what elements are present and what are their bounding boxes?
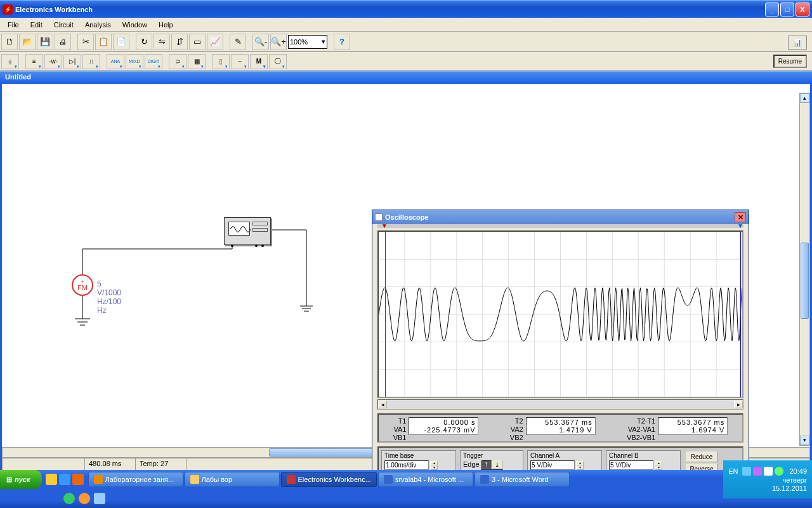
readout-dvb: 1.6974 V [661, 426, 724, 434]
menu-edit[interactable]: Edit [25, 20, 48, 30]
mixed-icon[interactable]: MIXD▾ [126, 54, 143, 69]
tray-icon-2[interactable] [753, 467, 762, 476]
analyzer-button[interactable]: 📊 [788, 36, 807, 50]
ql-firefox-icon[interactable] [72, 474, 84, 485]
menu-analysis[interactable]: Analysis [80, 20, 116, 30]
control-icon[interactable]: ⎓▾ [231, 54, 249, 69]
document-title: Untitled [0, 71, 812, 84]
logic-gate-icon[interactable]: ⊃▾ [169, 54, 187, 69]
close-button[interactable]: X [796, 3, 809, 17]
cha-vdiv-input[interactable] [530, 460, 575, 470]
cursor-t2-line[interactable] [740, 232, 741, 397]
diode-icon[interactable]: ▷|▾ [63, 54, 81, 69]
scroll-down-icon[interactable]: ▾ [800, 436, 809, 445]
print-icon[interactable]: 🖨 [55, 34, 71, 50]
new-icon[interactable]: 🗋 [1, 34, 18, 50]
reduce-button[interactable]: Reduce [686, 451, 717, 462]
scroll-left-icon[interactable]: ◂ [378, 401, 387, 408]
vertical-scrollbar[interactable]: ▴ ▾ [799, 93, 810, 446]
dropdown-icon[interactable]: ▾ [322, 37, 325, 46]
oscilloscope-icon [375, 213, 383, 221]
readout-vb2: 1.4719 V [529, 426, 593, 434]
start-button[interactable]: ⊞ пуск [0, 470, 42, 489]
tray-clock[interactable]: 20:49 [789, 467, 807, 475]
oscilloscope-readout: T1VA1VB1 0.0000 s-225.4773 mV T2VA2VB2 5… [377, 413, 743, 443]
windows-logo-icon: ⊞ [6, 476, 12, 484]
zoom-input[interactable] [290, 38, 322, 46]
flip-v-icon[interactable]: ⇵ [171, 34, 188, 50]
lang-indicator[interactable]: EN [728, 467, 738, 475]
cursor-t1-line[interactable] [385, 232, 386, 397]
subcircuit-icon[interactable]: ▭ [189, 34, 206, 50]
open-icon[interactable]: 📂 [19, 34, 36, 50]
edge-fall-button[interactable]: ⤓ [492, 460, 502, 469]
menu-file[interactable]: File [3, 20, 24, 30]
ic-icon[interactable]: ▦▾ [188, 54, 206, 69]
quick-launch [42, 474, 88, 485]
schematic-canvas[interactable]: + FM 5 V/1000 Hz/100 Hz Oscilloscope ✕ ▼… [2, 84, 810, 447]
zoom-in-icon[interactable]: 🔍+ [270, 34, 287, 50]
analog-icon[interactable]: ANA▾ [107, 54, 124, 69]
resistor-icon[interactable]: -w-▾ [44, 54, 62, 69]
ql2-icon-3[interactable] [94, 493, 105, 504]
tray-icon-1[interactable] [742, 467, 751, 476]
system-tray[interactable]: EN 20:49 четверг 15.12.2011 [723, 460, 812, 498]
tray-icon-4[interactable] [775, 467, 783, 476]
paste-icon[interactable]: 📄 [113, 34, 129, 50]
oscilloscope-hscroll[interactable]: ◂ ▸ [377, 399, 743, 410]
ql-icon-2[interactable] [59, 474, 70, 485]
timebase-input[interactable] [384, 460, 429, 470]
scroll-right-icon[interactable]: ▸ [734, 401, 743, 408]
zoom-out-icon[interactable]: 🔍- [252, 34, 269, 50]
sources-icon[interactable]: ⏚▾ [1, 54, 19, 69]
ql-icon-1[interactable] [46, 474, 57, 485]
menubar: File Edit Circuit Analysis Window Help [0, 18, 812, 32]
taskbar-item-4[interactable]: 3 - Microsoft Word [475, 472, 570, 487]
help-icon[interactable]: ? [334, 34, 350, 50]
rotate-icon[interactable]: ↻ [136, 34, 152, 50]
menu-help[interactable]: Help [154, 20, 178, 30]
taskbar-item-2[interactable]: Electronics Workbenc... [281, 472, 377, 487]
flip-h-icon[interactable]: ⇋ [154, 34, 170, 50]
zoom-combo[interactable]: ▾ [288, 35, 327, 49]
copy-icon[interactable]: 📋 [95, 34, 112, 50]
taskbar-item-0[interactable]: Лабораторное заня... [88, 472, 183, 487]
probe-icon[interactable]: ✎ [230, 34, 246, 50]
maximize-button[interactable]: □ [780, 3, 794, 17]
chb-vdiv-input[interactable] [609, 460, 653, 470]
readout-vb1: -225.4773 mV [412, 426, 475, 434]
oscilloscope-instrument[interactable] [224, 217, 271, 245]
resume-button[interactable]: Resume [773, 55, 807, 68]
toolbar-main: 🗋 📂 💾 🖨 ✂ 📋 📄 ↻ ⇋ ⇵ ▭ 📈 ✎ 🔍- 🔍+ ▾ ? [0, 32, 812, 52]
cursor-t1-handle[interactable]: ▼ [381, 222, 388, 229]
fm-symbol-label: FM [77, 284, 88, 291]
taskbar-item-3[interactable]: srvalab4 - Microsoft ... [378, 472, 473, 487]
oscilloscope-close-button[interactable]: ✕ [735, 212, 746, 222]
misc-icon[interactable]: M▾ [250, 54, 268, 69]
cut-icon[interactable]: ✂ [77, 34, 94, 50]
vscroll-thumb[interactable] [801, 243, 809, 319]
oscilloscope-window[interactable]: Oscilloscope ✕ ▼ ▼ ◂ ▸ T1VA1VB1 0.0000 s… [372, 210, 749, 492]
menu-window[interactable]: Window [117, 20, 152, 30]
menu-circuit[interactable]: Circuit [49, 20, 79, 30]
save-icon[interactable]: 💾 [37, 34, 53, 50]
oscilloscope-titlebar[interactable]: Oscilloscope ✕ [372, 210, 749, 224]
minimize-button[interactable]: _ [765, 3, 779, 17]
status-time: 480.08 ms [85, 458, 136, 470]
ql2-icon-1[interactable] [63, 493, 75, 504]
toolbar-components: ⏚▾ ≡▾ -w-▾ ▷|▾ ⎍▾ ANA▾ MIXD▾ DIGIT▾ ⊃▾ ▦… [0, 52, 812, 71]
ql2-icon-2[interactable] [79, 493, 90, 504]
graph-icon[interactable]: 📈 [207, 34, 223, 50]
cursor-t2-handle[interactable]: ▼ [737, 222, 743, 229]
oscilloscope-screen[interactable] [377, 231, 743, 398]
transistor-icon[interactable]: ⎍▾ [82, 54, 100, 69]
indicator-icon[interactable]: ▯▾ [212, 54, 230, 69]
taskbar-item-1[interactable]: Лабы вор [185, 472, 280, 487]
edge-rise-button[interactable]: ⤒ [481, 460, 492, 469]
fm-source[interactable]: + FM [72, 274, 93, 296]
digital-icon[interactable]: DIGIT▾ [145, 54, 162, 69]
tray-icon-3[interactable] [764, 467, 773, 476]
scroll-up-icon[interactable]: ▴ [800, 93, 809, 103]
basic-icon[interactable]: ≡▾ [25, 54, 43, 69]
instrument-icon[interactable]: 🖵▾ [269, 54, 287, 69]
